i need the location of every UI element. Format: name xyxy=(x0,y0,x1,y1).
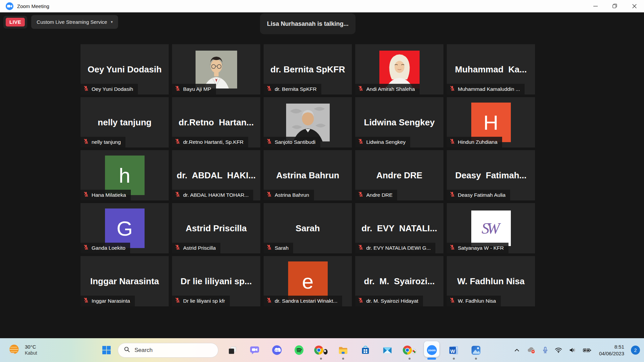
app-microsoft-store[interactable] xyxy=(358,340,373,361)
participant-tile[interactable]: hHana Milatieka xyxy=(80,150,169,200)
participant-display-name: Lidwina Sengkey xyxy=(362,117,437,128)
participant-name-label: dr. Sandra Lestari Winakt... xyxy=(275,298,337,304)
participant-tile[interactable]: Bayu Aji MP xyxy=(172,44,260,95)
muted-mic-icon xyxy=(449,85,455,93)
app-file-explorer[interactable] xyxy=(336,340,351,361)
participant-tile[interactable]: Lidwina SengkeyLidwina Sengkey xyxy=(355,97,443,147)
muted-mic-icon xyxy=(449,297,455,303)
restore-button[interactable] xyxy=(605,0,625,12)
participant-name-tag: Sanjoto Santibudi xyxy=(264,137,320,147)
participant-name-label: Bayu Aji MP xyxy=(183,86,211,92)
participant-name-tag: Hana Milatieka xyxy=(80,190,131,200)
app-spotify[interactable] xyxy=(291,340,306,361)
participant-tile[interactable]: SWSatyanaya W - KFR xyxy=(447,203,535,253)
participant-tile[interactable]: dr. ABDAL HAKI...dr. ABDAL HAKIM TOHAR..… xyxy=(172,150,260,200)
participant-display-name: dr. M. Syairozi... xyxy=(362,276,437,287)
muted-mic-icon xyxy=(358,85,364,91)
wifi-icon[interactable] xyxy=(554,346,563,354)
app-photos[interactable] xyxy=(469,340,483,361)
notification-badge[interactable]: 2 xyxy=(631,346,640,355)
muted-mic-icon xyxy=(175,138,180,145)
window-title: Zoom Meeting xyxy=(17,3,49,9)
participant-display-name: Deasy Fatimah... xyxy=(453,170,528,181)
muted-mic-icon xyxy=(266,138,272,145)
taskbar-clock[interactable]: 8:51 04/06/2023 xyxy=(597,342,626,358)
participant-tile[interactable]: SarahSarah xyxy=(264,203,352,253)
participant-name-tag: dr.Retno Hartanti, Sp.KFR xyxy=(172,137,248,147)
participant-tile[interactable]: edr. Sandra Lestari Winakt... xyxy=(264,256,352,306)
participant-initial-avatar: G xyxy=(105,208,145,248)
tray-time: 8:51 xyxy=(614,344,624,350)
participant-tile[interactable]: Dr lie liliyani sp...Dr lie liliyani sp … xyxy=(172,256,260,306)
volume-icon[interactable] xyxy=(568,346,577,354)
minimize-button[interactable] xyxy=(586,0,605,12)
participant-name-tag: Astrina Bahrun xyxy=(264,190,314,200)
app-task-view[interactable] xyxy=(225,340,240,361)
muted-mic-icon xyxy=(358,297,364,304)
app-word[interactable]: W xyxy=(446,340,461,361)
start-button[interactable] xyxy=(99,342,114,358)
participant-name-label: Deasy Fatimah Aulia xyxy=(458,192,505,198)
microphone-icon[interactable] xyxy=(541,346,549,355)
participant-name-label: Ganda Loekito xyxy=(92,245,125,251)
app-mail[interactable] xyxy=(380,340,395,361)
participant-tile[interactable]: Astrid PriscillaAstrid Priscilla xyxy=(172,203,260,253)
participant-tile[interactable]: dr.Retno Hartan...dr.Retno Hartanti, Sp.… xyxy=(172,97,260,147)
muted-mic-icon xyxy=(449,138,455,145)
participant-tile[interactable]: HHindun Zuhdiana xyxy=(447,97,535,147)
close-button[interactable] xyxy=(625,0,644,12)
onedrive-paused-icon[interactable] xyxy=(526,345,537,355)
stream-service-label: Custom Live Streaming Service xyxy=(37,19,107,25)
muted-mic-icon xyxy=(449,244,455,250)
participant-name-tag: Bayu Aji MP xyxy=(172,84,216,95)
participant-initial-avatar: H xyxy=(471,103,511,142)
participant-tile[interactable]: Sanjoto Santibudi xyxy=(264,97,352,147)
participant-initial-avatar: h xyxy=(105,156,145,195)
participant-tile[interactable]: Muhammad Ka...Muhammad Kamaluddin ... xyxy=(447,44,535,95)
participant-tile[interactable]: Astrina BahrunAstrina Bahrun xyxy=(264,150,352,200)
participant-name-tag: dr. M. Syairozi Hidayat xyxy=(355,296,423,306)
word-icon: W xyxy=(449,345,459,355)
participant-tile[interactable]: dr. EVY NATALI...dr. EVY NATALIA DEWI G.… xyxy=(355,203,443,253)
participant-tile[interactable]: Oey Yuni DodasihOey Yuni Dodasih xyxy=(80,44,169,95)
discord-icon xyxy=(272,345,282,355)
muted-mic-icon xyxy=(449,85,455,91)
app-zoom[interactable]: zoom xyxy=(424,340,439,361)
battery-icon[interactable] xyxy=(582,347,592,354)
participant-name-tag: dr. Sandra Lestari Winakt... xyxy=(264,296,342,306)
participant-tile[interactable]: dr. Bernita SpKFRdr. Bernita SpKFR xyxy=(264,44,352,95)
photos-icon xyxy=(471,345,481,355)
participant-tile[interactable]: Inggar NarasintaInggar Narasinta xyxy=(80,256,169,306)
participant-tile[interactable]: nelly tanjungnelly tanjung xyxy=(80,97,169,147)
participant-tile[interactable]: Deasy Fatimah...Deasy Fatimah Aulia xyxy=(447,150,535,200)
participant-tile[interactable]: W. Fadhlun NisaW. Fadhlun Nisa xyxy=(447,256,535,306)
participant-tile[interactable]: Andi Amirah Shaleha xyxy=(355,44,443,95)
chevron-up-icon[interactable] xyxy=(513,346,521,354)
participant-name-tag: Sarah xyxy=(264,243,293,253)
tray-icons xyxy=(513,345,592,355)
participant-name-label: dr. ABDAL HAKIM TOHAR... xyxy=(183,192,249,198)
participant-name-tag: W. Fadhlun Nisa xyxy=(447,296,501,306)
search-placeholder: Search xyxy=(135,347,153,354)
app-chrome[interactable] xyxy=(314,340,328,361)
participant-tile[interactable]: GGanda Loekito xyxy=(80,203,169,253)
participant-name-label: dr.Retno Hartanti, Sp.KFR xyxy=(183,139,244,145)
running-app-indicator xyxy=(342,358,344,360)
muted-mic-icon xyxy=(175,85,180,93)
windows-logo-icon xyxy=(102,346,111,355)
spotify-icon xyxy=(294,345,304,355)
app-teams-chat[interactable] xyxy=(247,340,262,361)
app-chrome-profile[interactable] xyxy=(402,340,417,361)
muted-mic-icon xyxy=(266,191,272,197)
participant-tile[interactable]: Andre DREAndre DRE xyxy=(355,150,443,200)
weather-widget[interactable]: 30°C Kabut xyxy=(5,338,40,362)
muted-mic-icon xyxy=(175,244,180,250)
running-app-indicator xyxy=(409,358,411,360)
app-discord[interactable] xyxy=(269,340,284,361)
muted-mic-icon xyxy=(83,244,89,251)
stream-service-dropdown[interactable]: Custom Live Streaming Service ▾ xyxy=(31,15,118,29)
participant-tile[interactable]: dr. M. Syairozi...dr. M. Syairozi Hidaya… xyxy=(355,256,443,306)
search-input[interactable]: Search xyxy=(118,343,218,358)
participant-name-tag: dr. ABDAL HAKIM TOHAR... xyxy=(172,190,253,200)
participant-grid: Oey Yuni DodasihOey Yuni DodasihBayu Aji… xyxy=(80,44,535,306)
